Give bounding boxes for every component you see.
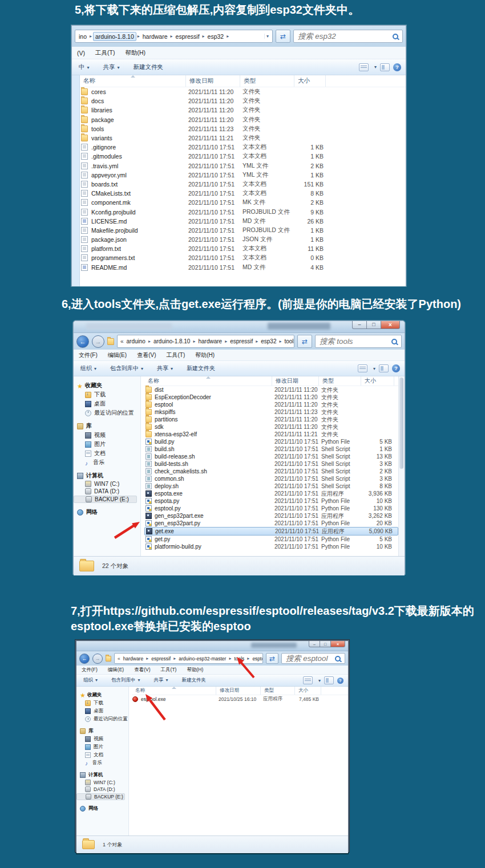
toolbar-button-组织[interactable]: 组织▾ bbox=[74, 364, 103, 372]
breadcrumb-segment-arduino[interactable]: arduino bbox=[125, 338, 147, 345]
column-header-类型[interactable]: 类型 bbox=[261, 687, 295, 695]
sidebar-item-最近访问的位置[interactable]: 最近访问的位置 bbox=[76, 716, 128, 723]
menu-item-帮助(H)[interactable]: 帮助(H) bbox=[181, 667, 208, 674]
toolbar-button-新建文件夹[interactable]: 新建文件夹 bbox=[127, 63, 171, 71]
sidebar-item-下载[interactable]: 下载 bbox=[76, 700, 128, 707]
column-header-大小[interactable]: 大小 bbox=[361, 376, 394, 386]
file-row-component.mk[interactable]: component.mk2021/11/10 17:51MK 文件2 KB bbox=[80, 198, 406, 207]
sidebar-item-视频[interactable]: 视频 bbox=[76, 736, 128, 743]
sidebar-item-最近访问的位置[interactable]: 最近访问的位置 bbox=[74, 409, 140, 417]
file-row-build.py[interactable]: build.py2021/11/10 17:51Python File5 KB bbox=[144, 438, 398, 445]
close-button[interactable]: × bbox=[381, 321, 400, 329]
file-row-get.exe[interactable]: get.exe2021/11/10 17:51应用程序5,090 KB bbox=[144, 527, 398, 536]
file-row-deploy.sh[interactable]: deploy.sh2021/11/10 17:51Shell Script8 K… bbox=[144, 482, 398, 490]
menu-item-查看(V)[interactable]: 查看(V) bbox=[129, 667, 155, 674]
file-row-build.sh[interactable]: build.sh2021/11/10 17:51Shell Script1 KB bbox=[144, 445, 398, 453]
preview-pane-icon[interactable] bbox=[380, 63, 390, 71]
breadcrumb-segment-arduino-1.8.10[interactable]: arduino-1.8.10 bbox=[152, 338, 192, 345]
menu-item-编辑(E)[interactable]: 编辑(E) bbox=[103, 351, 132, 359]
file-row-boards.txt[interactable]: boards.txt2021/11/10 17:51文本文档151 KB bbox=[80, 180, 406, 189]
toolbar-button-组织[interactable]: 组织▾ bbox=[76, 677, 104, 684]
file-row-gen_esp32part.exe[interactable]: gen_esp32part.exe2021/11/10 17:51应用程序3,2… bbox=[144, 512, 398, 520]
breadcrumb-chevron-icon[interactable]: ▸ bbox=[246, 656, 250, 661]
file-row-README.md[interactable]: README.md2021/11/10 17:51MD 文件4 KB bbox=[80, 263, 406, 272]
sidebar-item-文档[interactable]: 文档 bbox=[76, 752, 128, 759]
file-row-package.json[interactable]: package.json2021/11/10 17:51JSON 文件1 KB bbox=[80, 235, 406, 244]
sidebar-item-DATA (D:)[interactable]: DATA (D:) bbox=[76, 786, 128, 792]
file-row-get.py[interactable]: get.py2021/11/10 17:51Python File5 KB bbox=[144, 536, 398, 543]
menu-item-文件(F)[interactable]: 文件(F) bbox=[76, 667, 103, 674]
file-row-LICENSE.md[interactable]: LICENSE.md2021/11/10 17:51MD 文件26 KB bbox=[80, 217, 406, 226]
sidebar-item-桌面[interactable]: 桌面 bbox=[74, 400, 140, 408]
minimize-button[interactable]: – bbox=[352, 321, 367, 329]
vertical-scrollbar[interactable] bbox=[398, 376, 405, 556]
breadcrumb-chevron-icon[interactable]: ▸ bbox=[201, 34, 206, 39]
breadcrumb[interactable]: «hardware▸espressif▸arduino-esp32-master… bbox=[114, 653, 263, 664]
file-row-libraries[interactable]: libraries2021/11/11 11:20文件夹 bbox=[80, 106, 406, 115]
sidebar-group-收藏夹[interactable]: 收藏夹 bbox=[76, 692, 128, 699]
file-row-espota.py[interactable]: espota.py2021/11/10 17:51Python File10 K… bbox=[144, 497, 398, 505]
view-dropdown-icon[interactable]: ▾ bbox=[374, 64, 377, 70]
refresh-button[interactable]: ⇄ bbox=[266, 653, 278, 664]
file-row-build-tests.sh[interactable]: build-tests.sh2021/11/10 17:51Shell Scri… bbox=[144, 460, 398, 468]
breadcrumb-chevron-icon[interactable]: ▸ bbox=[224, 339, 228, 344]
maximize-button[interactable]: □ bbox=[320, 641, 331, 647]
file-row-espota.exe[interactable]: espota.exe2021/11/10 17:51应用程序3,936 KB bbox=[144, 490, 398, 497]
column-header-修改日期[interactable]: 修改日期 bbox=[272, 376, 319, 386]
file-row-common.sh[interactable]: common.sh2021/11/10 17:51Shell Script3 K… bbox=[144, 475, 398, 482]
sidebar-item-WIN7 (C:)[interactable]: WIN7 (C:) bbox=[74, 481, 140, 487]
help-icon[interactable]: ? bbox=[392, 364, 400, 372]
forward-button[interactable]: → bbox=[92, 654, 103, 664]
sidebar-item-DATA (D:)[interactable]: DATA (D:) bbox=[74, 488, 140, 494]
toolbar-button-共享[interactable]: 共享▾ bbox=[147, 677, 175, 684]
sidebar-item-视频[interactable]: 视频 bbox=[74, 431, 140, 439]
toolbar-button-共享[interactable]: 共享▾ bbox=[150, 364, 180, 372]
breadcrumb-chevron-icon[interactable]: ▸ bbox=[147, 339, 152, 344]
file-row-.travis.yml[interactable]: .travis.yml2021/11/10 17:51YML 文件2 KB bbox=[80, 161, 406, 171]
file-row-build-release.sh[interactable]: build-release.sh2021/11/10 17:51Shell Sc… bbox=[144, 453, 398, 460]
file-row-cores[interactable]: cores2021/11/11 11:20文件夹 bbox=[80, 87, 406, 96]
breadcrumb-overflow-icon[interactable]: « bbox=[116, 656, 122, 662]
file-row-platformio-build.py[interactable]: platformio-build.py2021/11/10 17:51Pytho… bbox=[144, 543, 398, 550]
search-input[interactable] bbox=[282, 654, 333, 663]
breadcrumb-segment-tools[interactable]: tools bbox=[232, 655, 246, 662]
file-row-CMakeLists.txt[interactable]: CMakeLists.txt2021/11/10 17:51文本文档8 KB bbox=[80, 189, 406, 198]
sidebar-group-网络[interactable]: 网络 bbox=[74, 508, 140, 516]
sidebar-item-图片[interactable]: 图片 bbox=[76, 744, 128, 751]
sidebar-group-收藏夹[interactable]: 收藏夹 bbox=[74, 382, 140, 390]
title-bar[interactable]: – □ × bbox=[74, 321, 405, 333]
menu-item-文件(F)[interactable]: 文件(F) bbox=[74, 351, 103, 359]
breadcrumb-chevron-icon[interactable]: ▸ bbox=[172, 656, 177, 661]
toolbar-button-新建文件夹[interactable]: 新建文件夹 bbox=[175, 677, 213, 684]
file-row-esptool.exe[interactable]: esptool.exe2021/10/25 16:10应用程序7,485 KB bbox=[132, 695, 348, 703]
file-row-.gitmodules[interactable]: .gitmodules2021/11/10 17:51文本文档1 KB bbox=[80, 152, 406, 161]
breadcrumb[interactable]: «arduino▸arduino-1.8.10▸hardware▸espress… bbox=[117, 335, 294, 348]
file-row-esptool[interactable]: esptool2021/11/11 11:20文件夹 bbox=[144, 401, 398, 408]
back-button[interactable]: ← bbox=[79, 654, 90, 664]
sidebar-group-库[interactable]: 库 bbox=[76, 728, 128, 735]
sidebar-item-音乐[interactable]: 音乐 bbox=[74, 459, 140, 467]
sidebar-item-BACKUP (E:)[interactable]: BACKUP (E:) bbox=[76, 793, 125, 800]
help-icon[interactable]: ? bbox=[337, 678, 343, 684]
help-icon[interactable]: ? bbox=[393, 63, 401, 71]
scrollbar-thumb[interactable] bbox=[399, 378, 403, 469]
file-row-esptool.py[interactable]: esptool.py2021/11/10 17:51Python File130… bbox=[144, 505, 398, 512]
sidebar-group-网络[interactable]: 网络 bbox=[76, 805, 128, 812]
menu-item-工具(T)[interactable]: 工具(T) bbox=[156, 667, 182, 674]
toolbar-button-包含到库中[interactable]: 包含到库中▾ bbox=[103, 364, 150, 372]
breadcrumb-chevron-icon[interactable]: ▸ bbox=[278, 339, 282, 344]
column-header-类型[interactable]: 类型 bbox=[240, 75, 294, 87]
menu-item-工具(T)[interactable]: 工具(T) bbox=[161, 351, 190, 359]
menu-item-查看(V)[interactable]: 查看(V) bbox=[132, 351, 161, 359]
breadcrumb-segment-ino[interactable]: ino bbox=[77, 33, 88, 40]
file-row-tools[interactable]: tools2021/11/11 11:23文件夹 bbox=[80, 124, 406, 133]
file-row-dist[interactable]: dist2021/11/11 11:20文件夹 bbox=[144, 386, 398, 394]
menu-item-帮助(H)[interactable]: 帮助(H) bbox=[190, 351, 220, 359]
breadcrumb[interactable]: ino▸arduino-1.8.10▸hardware▸espressif▸es… bbox=[75, 30, 273, 43]
menu-item-工具(T)[interactable]: 工具(T) bbox=[90, 49, 120, 57]
breadcrumb-chevron-icon[interactable]: ▸ bbox=[145, 656, 149, 661]
file-row-gen_esp32part.py[interactable]: gen_esp32part.py2021/11/10 17:51Python F… bbox=[144, 520, 398, 527]
close-button[interactable]: × bbox=[331, 641, 345, 647]
file-row-check_cmakelists.sh[interactable]: check_cmakelists.sh2021/11/10 17:51Shell… bbox=[144, 468, 398, 475]
refresh-button[interactable]: ⇄ bbox=[297, 335, 312, 348]
